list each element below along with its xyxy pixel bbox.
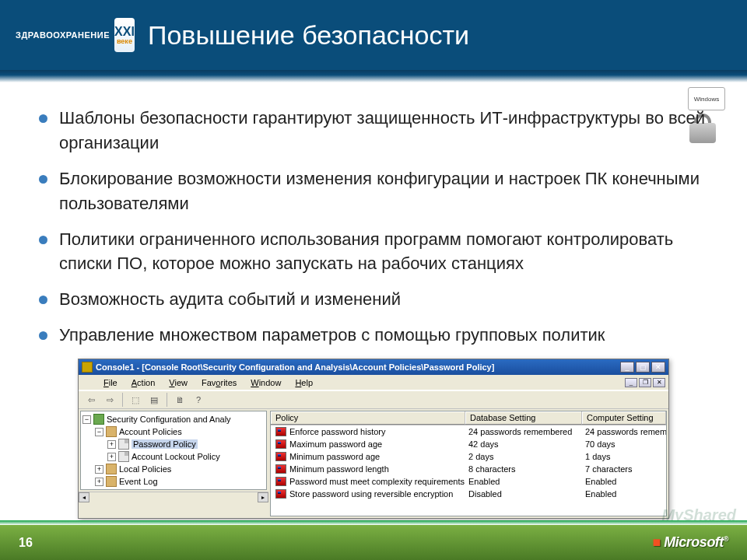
policy-name: Password must meet complexity requiremen… — [289, 477, 465, 486]
computer-setting: Enabled — [582, 477, 666, 486]
collapse-icon[interactable]: − — [82, 415, 91, 424]
db-setting: Enabled — [465, 477, 582, 486]
window-titlebar[interactable]: Console1 - [Console Root\Security Config… — [79, 359, 668, 375]
policy-name: Minimum password length — [289, 464, 389, 474]
menu-favorites[interactable]: Favorites — [195, 376, 243, 389]
bullet-list: Шаблоны безопасности гарантируют защищен… — [39, 106, 708, 348]
scroll-left-icon[interactable]: ◂ — [79, 492, 89, 502]
slide-header: ЗДРАВООХРАНЕНИЕ XXI веке Повышение безоп… — [0, 0, 747, 70]
list-header: Policy Database Setting Computer Setting — [271, 411, 666, 425]
bullet-item: Возможность аудита событий и изменений — [39, 287, 708, 312]
brand-badge: XXI веке — [114, 18, 135, 52]
tree-pane[interactable]: −Security Configuration and Analy −Accou… — [80, 411, 267, 490]
policy-row-icon — [275, 452, 286, 461]
list-view-button[interactable]: ▤ — [146, 392, 162, 408]
table-row[interactable]: Minimum password length8 characters7 cha… — [271, 463, 666, 475]
expand-icon[interactable]: + — [95, 465, 103, 474]
policy-row-icon — [275, 477, 286, 486]
brand-logo: ЗДРАВООХРАНЕНИЕ XXI веке — [16, 18, 132, 52]
bullet-item: Политики ограниченного использования про… — [39, 227, 708, 277]
minimize-button[interactable]: _ — [620, 362, 634, 373]
menu-view[interactable]: View — [163, 376, 194, 389]
table-row[interactable]: Password must meet complexity requiremen… — [271, 475, 666, 488]
app-icon — [82, 362, 93, 373]
computer-setting: 70 days — [582, 439, 666, 449]
slide-title: Повышение безопасности — [148, 20, 469, 51]
tree-event-log[interactable]: Event Log — [119, 477, 158, 486]
tree-account-policies[interactable]: Account Policies — [119, 427, 182, 436]
db-setting: 42 days — [465, 439, 582, 449]
back-button[interactable]: ⇦ — [83, 392, 99, 408]
doc-close-button[interactable]: ✕ — [653, 378, 665, 387]
brand-text: ЗДРАВООХРАНЕНИЕ — [16, 30, 110, 40]
list-pane[interactable]: Policy Database Setting Computer Setting… — [270, 411, 667, 516]
horizontal-scrollbar[interactable]: ◂▸ — [79, 492, 268, 502]
table-row[interactable]: Minimum password age2 days1 days — [271, 450, 666, 463]
computer-setting: Enabled — [582, 489, 666, 499]
folder-icon — [106, 426, 117, 437]
table-row[interactable]: Enforce password history24 passwords rem… — [271, 425, 666, 438]
col-computer[interactable]: Computer Setting — [582, 411, 666, 425]
toolbar: ⇦ ⇨ ⬚ ▤ 🗎 ? — [79, 390, 668, 409]
scroll-right-icon[interactable]: ▸ — [258, 492, 268, 502]
slide-footer: 16 ■ Microsoft® — [0, 525, 747, 560]
col-database[interactable]: Database Setting — [465, 411, 582, 425]
window-title: Console1 - [Console Root\Security Config… — [96, 362, 617, 372]
policy-icon — [118, 439, 129, 450]
tree-root[interactable]: Security Configuration and Analy — [107, 415, 231, 424]
tree-lockout-policy[interactable]: Account Lockout Policy — [132, 452, 220, 461]
tree-password-policy[interactable]: Password Policy — [132, 439, 198, 449]
policy-name: Enforce password history — [289, 427, 386, 436]
menubar: File Action View Favorites Window Help _… — [79, 375, 668, 390]
expand-icon[interactable]: + — [107, 440, 116, 449]
policy-row-icon — [275, 489, 286, 499]
policy-row-icon — [275, 464, 286, 474]
doc-restore-button[interactable]: ❐ — [639, 378, 651, 387]
policy-row-icon — [275, 427, 286, 436]
computer-setting: 7 characters — [582, 464, 666, 474]
db-setting: 8 characters — [465, 464, 582, 474]
forward-button[interactable]: ⇨ — [102, 392, 117, 408]
col-policy[interactable]: Policy — [271, 411, 465, 425]
tree-local-policies[interactable]: Local Policies — [119, 464, 171, 474]
help-button[interactable]: ? — [191, 392, 206, 408]
doc-minimize-button[interactable]: _ — [625, 378, 637, 387]
menu-help[interactable]: Help — [289, 376, 319, 389]
policy-name: Maximum password age — [289, 439, 382, 449]
up-button[interactable]: ⬚ — [128, 392, 143, 408]
db-setting: 2 days — [465, 452, 582, 461]
computer-setting: 24 passwords remembered — [582, 427, 666, 436]
collapse-icon[interactable]: − — [95, 428, 103, 436]
microsoft-logo: ■ Microsoft® — [652, 534, 728, 551]
table-row[interactable]: Maximum password age42 days70 days — [271, 438, 666, 450]
db-setting: Disabled — [465, 489, 582, 499]
bullet-item: Шаблоны безопасности гарантируют защищен… — [39, 106, 708, 156]
folder-icon — [106, 464, 117, 474]
policy-name: Store password using reversible encrypti… — [289, 489, 453, 499]
slide-number: 16 — [19, 536, 33, 550]
maximize-button[interactable]: ▢ — [636, 362, 650, 373]
mmc-console: Console1 - [Console Root\Security Config… — [78, 359, 669, 519]
root-icon — [93, 414, 104, 425]
menu-action[interactable]: Action — [125, 376, 162, 389]
computer-setting: 1 days — [582, 452, 666, 461]
expand-icon[interactable]: + — [95, 478, 103, 486]
table-row[interactable]: Store password using reversible encrypti… — [271, 488, 666, 500]
db-setting: 24 passwords remembered — [465, 427, 582, 436]
folder-icon — [106, 476, 117, 487]
bullet-item: Блокирование возможности изменения конфи… — [39, 166, 708, 216]
header-divider — [0, 70, 747, 82]
expand-icon[interactable]: + — [107, 453, 116, 461]
policy-name: Minimum password age — [289, 452, 380, 461]
policy-row-icon — [275, 439, 286, 449]
bullet-item: Управление множеством параметров с помощ… — [39, 323, 708, 348]
menu-window[interactable]: Window — [244, 376, 287, 389]
menu-file[interactable]: File — [97, 376, 124, 389]
policy-icon — [118, 451, 129, 462]
export-button[interactable]: 🗎 — [172, 392, 188, 408]
close-button[interactable]: ✕ — [651, 362, 665, 373]
